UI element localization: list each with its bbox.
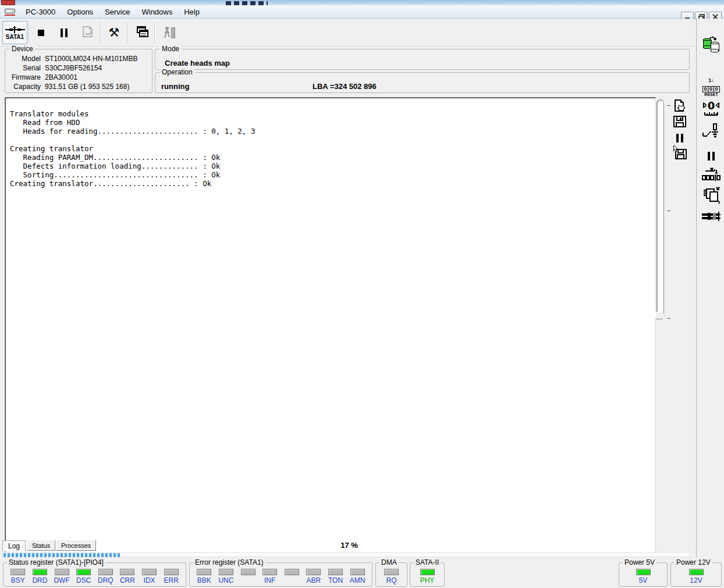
exit-button[interactable]: [158, 21, 179, 44]
reset-counter-icon: 1↓ 0|0|0 RESET: [702, 78, 719, 97]
pause-log-button[interactable]: [671, 130, 688, 145]
pause-utility-button[interactable]: [701, 147, 721, 165]
close-windows-button[interactable]: [701, 186, 721, 204]
bbk-led: [197, 569, 211, 575]
power12-title: Power 12V: [675, 558, 712, 566]
led-cell-err: ERR: [160, 569, 182, 585]
windows-cascade-button[interactable]: [131, 21, 152, 44]
dsc-led: [76, 569, 91, 575]
log-line: Sorting.................................…: [10, 170, 255, 179]
pc3000-window: PC-3000 Options Service Windows Help: [0, 0, 724, 588]
run-script-button[interactable]: [77, 21, 98, 44]
amn-led: [350, 569, 365, 575]
new-log-button[interactable]: [671, 98, 688, 113]
log-pane[interactable]: Translator modules Read from HDD Heads f…: [5, 97, 656, 553]
dwf-label: DWF: [54, 576, 69, 585]
led-cell-unc: UNC: [215, 569, 237, 585]
led-cell-phy: PHY: [414, 569, 441, 585]
power5-title: Power 5V: [623, 558, 656, 566]
terminal-connect-button[interactable]: [701, 208, 721, 226]
drd-led: [33, 569, 47, 575]
tab-processes[interactable]: Processes: [56, 540, 96, 551]
menu-help[interactable]: Help: [178, 6, 205, 18]
menubar: PC-3000 Options Service Windows Help: [0, 5, 724, 19]
bsy-label: BSY: [11, 576, 25, 585]
error-register-title: Error register (SATA1): [193, 558, 265, 566]
toolbar-separator: [29, 22, 30, 43]
reset-counter-button[interactable]: 1↓ 0|0|0 RESET: [701, 78, 721, 97]
device-group: Device Model ST1000LM024 HN-M101MBB Seri…: [5, 49, 152, 93]
abr-label: ABR: [307, 576, 321, 585]
stop-button[interactable]: [30, 21, 51, 44]
device-capacity-value: 931.51 GB (1 953 525 168): [45, 82, 150, 91]
log-line: Creating translator: [10, 144, 255, 153]
status-register-group: Status register (SATA1)-[PIO4] BSY DRD D…: [3, 562, 186, 587]
unc-led: [219, 569, 233, 575]
power12-group: Power 12V 12V: [670, 562, 722, 587]
menu-options[interactable]: Options: [61, 6, 99, 18]
log-line: Defects information loading.............…: [10, 162, 255, 170]
rq-led: [384, 569, 399, 575]
led-cell-amn: AMN: [346, 569, 368, 585]
menu-service[interactable]: Service: [99, 6, 136, 18]
log-trackbar[interactable]: [656, 99, 664, 319]
windows-cascade-icon: [134, 26, 149, 40]
dma-title: DMA: [379, 558, 399, 566]
dwf-led: [55, 569, 69, 575]
sata2-title: SATA-II: [414, 558, 441, 566]
exit-icon: [161, 26, 176, 40]
tab-log[interactable]: Log: [2, 540, 26, 551]
drive-copy-button[interactable]: [701, 35, 721, 54]
dsc-label: DSC: [76, 576, 91, 585]
drive-copy-icon: [701, 35, 721, 54]
pause-button[interactable]: [54, 21, 74, 44]
drq-led: [98, 569, 113, 575]
tab-status[interactable]: Status: [27, 540, 55, 551]
save-log-button[interactable]: [671, 114, 688, 129]
operation-legend: Operation: [159, 68, 195, 76]
head-switch-button[interactable]: [701, 122, 721, 141]
log-line: Translator modules: [10, 109, 255, 118]
device-serial-label: Serial: [8, 63, 45, 73]
device-model-row: Model ST1000LM024 HN-M101MBB: [8, 54, 150, 63]
mode-legend: Mode: [159, 45, 182, 53]
crr-led: [120, 569, 134, 575]
trackbar-tick: [667, 105, 670, 106]
stop-icon: [38, 30, 44, 36]
pause-icon: [708, 152, 715, 161]
skip-counter-button[interactable]: [701, 166, 721, 184]
rq-label: RQ: [386, 576, 397, 585]
device-firmware-label: Firmware: [8, 73, 45, 82]
pause-icon: [61, 28, 68, 37]
zero-position-button[interactable]: 0: [701, 98, 721, 117]
led-cell-bbk: BBK: [193, 569, 215, 585]
head-switch-icon: [701, 122, 721, 141]
mode-group: Mode Create heads map: [155, 49, 690, 70]
abr-led: [306, 569, 321, 575]
save-log-as-button[interactable]: [671, 145, 688, 160]
inf-label: INF: [264, 576, 275, 585]
menu-pc3000[interactable]: PC-3000: [20, 6, 61, 18]
toolbar-separator: [127, 22, 128, 43]
drq-label: DRQ: [98, 576, 113, 585]
save-as-icon: [672, 145, 687, 160]
titlebar-sliver: [0, 0, 724, 5]
trackbar-tick: [667, 211, 670, 211]
unc-label: UNC: [218, 576, 233, 585]
menu-windows[interactable]: Windows: [136, 6, 178, 18]
led-cell-5v: 5V: [623, 569, 663, 585]
progress-percent-label: 17 %: [326, 541, 372, 550]
log-text: Translator modules Read from HDD Heads f…: [10, 109, 255, 188]
port-sata1-button[interactable]: SATA1: [2, 21, 27, 44]
operation-status: running: [161, 82, 189, 91]
pause-icon: [676, 134, 683, 142]
bsy-led: [10, 569, 25, 575]
led-cell-idx: IDX: [139, 569, 161, 585]
minimize-icon: [684, 14, 690, 19]
unnamed-led: [285, 569, 299, 575]
title-text-fragment: [226, 1, 268, 5]
utility-sidebar: 1↓ 0|0|0 RESET 0: [696, 19, 724, 558]
tools-button[interactable]: ⚒: [104, 21, 125, 44]
zero-position-icon: 0: [701, 98, 721, 117]
power5-led: [636, 569, 651, 575]
